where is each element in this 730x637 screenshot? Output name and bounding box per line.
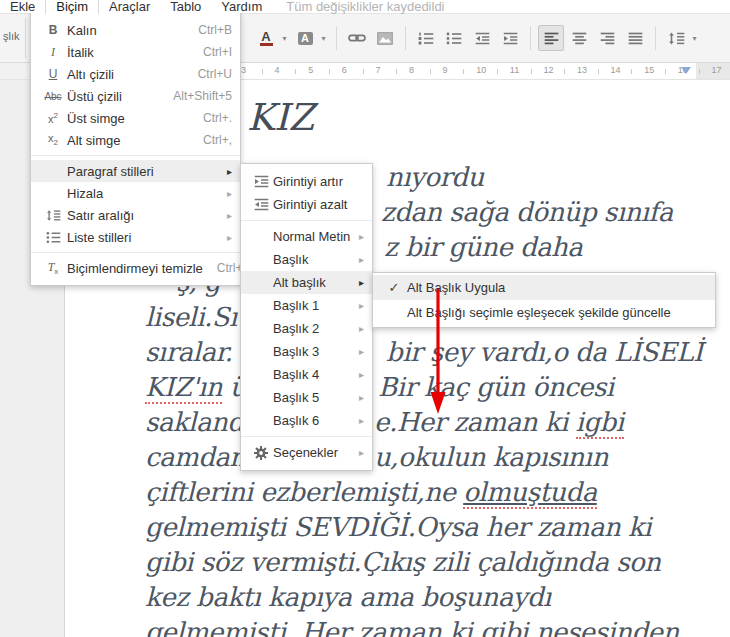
format-menu-item-kalın[interactable]: BKalınCtrl+B [31,19,240,41]
doc-text-line: gelmemişti SEVDİĞİ.Oysa her zaman ki [145,511,651,543]
line-spacing-button[interactable] [663,25,689,51]
menu-separator [31,252,240,253]
menu-item-label: İtalik [67,45,189,60]
align-right-button[interactable] [594,25,620,51]
format-menu-item-biçimlendirmeyi-temizle[interactable]: TxBiçimlendirmeyi temizleCtrl+\ [31,257,240,279]
line-spacing-icon [39,209,67,222]
bulleted-list-icon [446,32,462,45]
format-menu-item-i̇talik[interactable]: IİtalikCtrl+I [31,41,240,63]
align-justify-button[interactable] [622,25,648,51]
doc-text: KIZ [247,96,313,139]
doc-text: gelmemişti. Her zaman ki gibi neşesinden [145,617,679,637]
align-left-icon [544,32,559,45]
toolbar-separator [655,26,656,50]
numbered-list-button[interactable] [413,25,439,51]
subtitle-menu-item-alt-başlık-uygula[interactable]: ✓Alt Başlık Uygula [373,275,715,300]
indent-decrease-icon [249,198,273,211]
align-center-button[interactable] [566,25,592,51]
ruler-number: 4 [275,65,280,75]
chevron-down-icon[interactable]: ▾ [319,34,328,43]
doc-text: u,okulun kapısının [374,442,608,472]
menu-item-label: Başlık 2 [273,321,351,336]
chevron-down-icon[interactable]: ▾ [280,34,289,43]
align-left-button[interactable] [538,25,564,51]
ruler-number: 5 [308,65,313,75]
paragraph-style-dropdown[interactable]: şlık [3,30,20,42]
styles-menu-item-başlık-3[interactable]: Başlık 3▸ [241,340,372,363]
doc-text: sıralar. [145,337,232,367]
ruler-tick [598,69,599,74]
insert-image-icon [377,32,393,45]
format-menu: BKalınCtrl+BIİtalikCtrl+IUAltı çiziliCtr… [30,12,241,286]
styles-menu-item-başlık-5[interactable]: Başlık 5▸ [241,386,372,409]
toolbar-separator [25,18,26,58]
doc-text: sakland [145,407,243,437]
menubar-item-biçim[interactable]: Biçim [45,0,99,14]
submenu-arrow-icon: ▸ [359,346,364,357]
bulleted-list-button[interactable] [441,25,467,51]
styles-menu-item-alt-başlık[interactable]: Alt başlık▸ [241,271,372,294]
format-menu-item-üstü-çizili[interactable]: AbcÜstü çiziliAlt+Shift+5 [31,85,240,107]
format-menu-item-hizala[interactable]: Hizala▸ [31,182,240,204]
submenu-arrow-icon: ▸ [359,231,364,242]
menu-item-label: Alt başlık [273,275,351,290]
menu-item-shortcut: Ctrl+U [198,67,232,81]
insert-link-button[interactable] [344,25,370,51]
align-justify-icon [628,32,643,45]
menubar-items: EkleBiçimAraçlarTabloYardım [0,0,272,13]
toolbar-separator [336,26,337,50]
menu-item-label: Seçenekler [273,445,351,460]
doc-text-line: kez baktı kapıya ama boşunaydı [145,581,551,613]
clear-formatting-icon: Tx [39,260,67,276]
chevron-down-icon[interactable]: ▾ [690,34,699,43]
styles-menu-item-seçenekler[interactable]: Seçenekler▸ [241,441,372,464]
text-color-icon: A [260,31,273,46]
ruler-tick [396,69,397,74]
ruler-tick [430,69,431,74]
doc-text-line: u,okulun kapısının [374,441,608,473]
text-color-button[interactable]: A [253,25,279,51]
format-menu-item-liste-stilleri[interactable]: Liste stilleri▸ [31,226,240,248]
styles-menu-item-normal-metin[interactable]: Normal Metin▸ [241,225,372,248]
list-styles-icon [39,231,67,244]
menubar-item-araçlar[interactable]: Araçlar [99,0,160,14]
highlight-color-button[interactable]: A [292,25,318,51]
doc-text: z bir güne daha [384,232,582,262]
menu-item-label: Liste stilleri [67,230,219,245]
doc-text-line: zdan sağa dönüp sınıfa [381,196,673,228]
indent-decrease-button[interactable] [469,25,495,51]
styles-menu-item-başlık-2[interactable]: Başlık 2▸ [241,317,372,340]
insert-image-button[interactable] [372,25,398,51]
menu-separator [241,220,372,221]
subtitle-submenu: ✓Alt Başlık UygulaAlt Başlığı seçimle eş… [372,272,716,328]
format-menu-item-satır-aralığı[interactable]: Satır aralığı▸ [31,204,240,226]
right-indent-marker[interactable] [681,67,691,74]
ruler-number: 6 [342,65,347,75]
subtitle-menu-item-alt-başlığı-seçimle-eşleşecek-şekilde-güncelle[interactable]: Alt Başlığı seçimle eşleşecek şekilde gü… [373,300,715,325]
format-menu-item-altı-çizili[interactable]: UAltı çiziliCtrl+U [31,63,240,85]
styles-menu-item-girintiyi-artır[interactable]: Girintiyi artır [241,170,372,193]
submenu-arrow-icon: ▸ [359,415,364,426]
format-menu-item-paragraf-stilleri[interactable]: Paragraf stilleri▸ [31,160,240,182]
indent-increase-button[interactable] [497,25,523,51]
format-menu-item-alt-simge[interactable]: x2Alt simgeCtrl+, [31,129,240,151]
ruler-number: 9 [443,65,448,75]
menu-item-label: Başlık 6 [273,413,351,428]
styles-menu-item-başlık-1[interactable]: Başlık 1▸ [241,294,372,317]
menubar-item-ekle[interactable]: Ekle [0,0,45,14]
menubar-item-tablo[interactable]: Tablo [160,0,211,14]
format-menu-item-üst-simge[interactable]: x2Üst simgeCtrl+. [31,107,240,129]
doc-text-line: e.Her zaman ki igbi [374,406,624,438]
styles-menu-item-başlık-6[interactable]: Başlık 6▸ [241,409,372,432]
menu-item-label: Başlık [273,252,351,267]
menubar-item-yardım[interactable]: Yardım [211,0,272,14]
italic-icon: I [39,45,67,60]
styles-menu-item-başlık-4[interactable]: Başlık 4▸ [241,363,372,386]
doc-text-line: gibi söz vermişti.Çıkış zili çaldığında … [145,546,660,578]
styles-menu-item-girintiyi-azalt[interactable]: Girintiyi azalt [241,193,372,216]
bold-icon: B [39,23,67,37]
doc-text-line: sakland [145,406,243,438]
styles-menu-item-başlık[interactable]: Başlık▸ [241,248,372,271]
menu-item-label: Alt simge [67,133,189,148]
paragraph-styles-submenu: Girintiyi artırGirintiyi azaltNormal Met… [240,163,373,471]
